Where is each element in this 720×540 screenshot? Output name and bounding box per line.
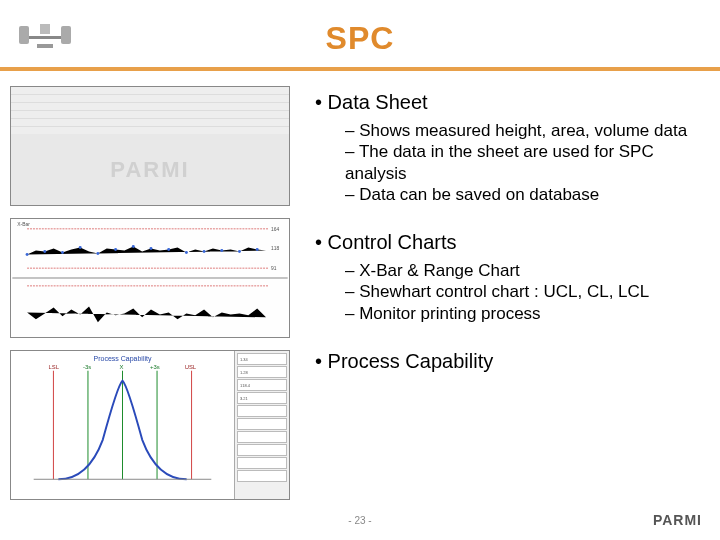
svg-text:+3s: +3s xyxy=(150,364,160,370)
svg-rect-4 xyxy=(37,44,53,48)
svg-point-26 xyxy=(256,248,259,251)
svg-text:LSL: LSL xyxy=(48,364,59,370)
pc-stats-panel: 1.34 1.28 118.4 3.21 xyxy=(234,351,289,499)
svg-point-15 xyxy=(61,251,64,254)
svg-text:USL: USL xyxy=(185,364,197,370)
device-logo-icon xyxy=(15,22,75,50)
section-1-item-0: X-Bar & Range Chart xyxy=(345,260,710,281)
stat-stddev: 3.21 xyxy=(240,396,248,401)
svg-rect-7 xyxy=(12,278,287,337)
section-1-item-2: Monitor printing process xyxy=(345,303,710,324)
svg-point-25 xyxy=(238,250,241,253)
svg-rect-0 xyxy=(27,36,63,39)
svg-point-14 xyxy=(43,250,46,253)
svg-point-16 xyxy=(79,246,82,249)
slide-title: SPC xyxy=(0,0,720,57)
svg-point-21 xyxy=(167,248,170,251)
section-heading-2: Process Capability xyxy=(315,350,710,373)
control-chart-thumbnail: 164 118 91 X-Bar xyxy=(10,218,290,338)
svg-rect-3 xyxy=(40,24,50,34)
text-content: Data Sheet Shows measured height, area, … xyxy=(290,86,710,500)
stat-cpk: 1.28 xyxy=(240,370,248,375)
svg-text:-3s: -3s xyxy=(83,364,91,370)
svg-point-18 xyxy=(114,248,117,251)
svg-text:X-Bar: X-Bar xyxy=(17,222,30,227)
svg-point-20 xyxy=(150,247,153,250)
stat-cp: 1.34 xyxy=(240,357,248,362)
svg-text:164: 164 xyxy=(271,227,279,232)
svg-point-19 xyxy=(132,245,135,248)
section-1-item-1: Shewhart control chart : UCL, CL, LCL xyxy=(345,281,710,302)
footer-logo: PARMI xyxy=(653,512,702,528)
page-number: - 23 - xyxy=(348,515,371,526)
watermark-logo: PARMI xyxy=(110,157,189,183)
svg-text:118: 118 xyxy=(271,246,279,251)
process-capability-thumbnail: Process Capability LSL -3s X +3s USL xyxy=(10,350,290,500)
data-sheet-thumbnail: PARMI xyxy=(10,86,290,206)
pc-chart-title: Process Capability xyxy=(11,355,234,362)
stat-mean: 118.4 xyxy=(240,383,250,388)
section-0-item-0: Shows measured height, area, volume data xyxy=(345,120,710,141)
svg-point-17 xyxy=(96,252,99,255)
svg-point-23 xyxy=(203,250,206,253)
svg-rect-1 xyxy=(19,26,29,44)
svg-point-24 xyxy=(220,249,223,252)
section-0-item-1: The data in the sheet are used for SPC a… xyxy=(345,141,710,184)
section-heading-0: Data Sheet xyxy=(315,91,710,114)
svg-point-22 xyxy=(185,251,188,254)
section-heading-1: Control Charts xyxy=(315,231,710,254)
svg-rect-2 xyxy=(61,26,71,44)
section-0-item-2: Data can be saved on database xyxy=(345,184,710,205)
svg-point-13 xyxy=(26,253,29,256)
svg-text:91: 91 xyxy=(271,266,277,271)
svg-text:X: X xyxy=(120,364,124,370)
